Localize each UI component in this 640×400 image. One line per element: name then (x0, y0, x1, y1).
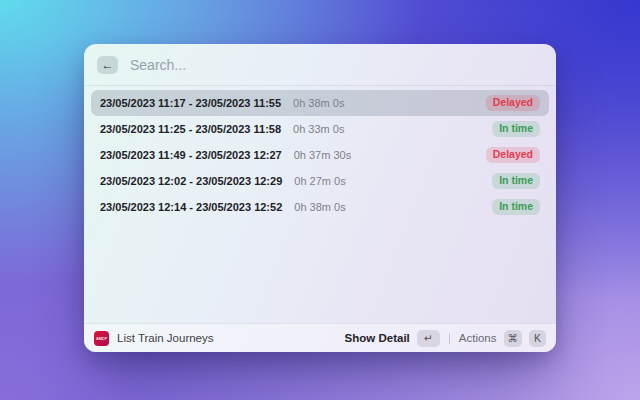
journey-duration: 0h 38m 0s (293, 97, 344, 109)
journey-duration: 0h 37m 30s (294, 149, 351, 161)
journey-date-range: 23/05/2023 12:02 - 23/05/2023 12:29 (100, 175, 282, 187)
journey-date-range: 23/05/2023 12:14 - 23/05/2023 12:52 (100, 201, 282, 213)
show-detail-button[interactable]: Show Detail (345, 332, 410, 344)
journey-row[interactable]: 23/05/2023 12:14 - 23/05/2023 12:52 0h 3… (91, 194, 549, 220)
command-key-icon: ⌘ (504, 330, 523, 347)
footer-divider (449, 333, 450, 344)
journey-row[interactable]: 23/05/2023 11:49 - 23/05/2023 12:27 0h 3… (91, 142, 549, 168)
journey-row[interactable]: 23/05/2023 11:25 - 23/05/2023 11:58 0h 3… (91, 116, 549, 142)
journey-date-range: 23/05/2023 11:17 - 23/05/2023 11:55 (100, 97, 281, 109)
sncf-app-icon: SNCF (94, 331, 109, 346)
journey-date-range: 23/05/2023 11:49 - 23/05/2023 12:27 (100, 149, 282, 161)
back-button[interactable]: ← (97, 56, 118, 74)
journey-list: 23/05/2023 11:17 - 23/05/2023 11:55 0h 3… (84, 86, 556, 220)
action-bar: SNCF List Train Journeys Show Detail ↵ A… (84, 323, 556, 352)
footer-actions: Show Detail ↵ Actions ⌘ K (345, 330, 546, 347)
journey-status-badge: In time (492, 121, 540, 138)
journey-date-range: 23/05/2023 11:25 - 23/05/2023 11:58 (100, 123, 281, 135)
back-arrow-icon: ← (102, 59, 114, 71)
journey-status-badge: In time (492, 199, 540, 216)
k-key-icon: K (529, 330, 546, 347)
journey-duration: 0h 33m 0s (293, 123, 344, 135)
journey-status-badge: Delayed (486, 147, 540, 164)
extension-title: List Train Journeys (117, 332, 214, 344)
journey-row[interactable]: 23/05/2023 12:02 - 23/05/2023 12:29 0h 2… (91, 168, 549, 194)
journey-duration: 0h 27m 0s (294, 175, 345, 187)
launcher-window: ← 23/05/2023 11:17 - 23/05/2023 11:55 0h… (84, 44, 556, 352)
sncf-icon-label: SNCF (96, 336, 107, 341)
journey-duration: 0h 38m 0s (294, 201, 345, 213)
search-header: ← (84, 44, 556, 86)
return-key-icon: ↵ (417, 330, 440, 347)
actions-menu-button[interactable]: Actions (459, 332, 497, 344)
search-input[interactable] (130, 57, 543, 73)
journey-status-badge: Delayed (486, 95, 540, 112)
journey-status-badge: In time (492, 173, 540, 190)
journey-row[interactable]: 23/05/2023 11:17 - 23/05/2023 11:55 0h 3… (91, 90, 549, 116)
